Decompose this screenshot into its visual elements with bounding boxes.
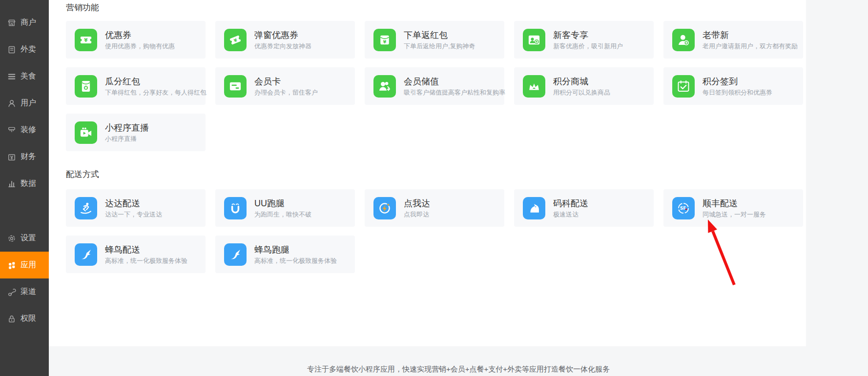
card-desc: 小程序直播 [105,135,149,143]
sidebar-item-label: 应用 [21,260,36,270]
points-mall-crown-icon [527,79,541,93]
uu-runner-icon [228,201,242,215]
svg-text:¥: ¥ [383,39,387,44]
sidebar-item-channel[interactable]: 渠道 [0,278,49,305]
icon-tile [224,243,247,266]
app-card-share-redpacket[interactable]: ¥ 瓜分红包下单得红包，分享好友，每人得红包 [66,67,206,105]
sidebar-item-decoration[interactable]: 装修 [0,117,49,143]
card-title: 小程序直播 [105,122,149,133]
app-card-dianwoda[interactable]: 点我达点我即达 [365,189,504,227]
icon-tile: ¥ [75,75,97,98]
sidebar-item-data[interactable]: 数据 [0,170,49,197]
card-desc: 每日签到领积分和优惠券 [703,89,772,97]
icon-tile [224,75,247,98]
footer-text: 专注于多端餐饮小程序应用，快速实现营销+会员+点餐+支付+外卖等应用打造餐饮一体… [49,365,868,374]
card-title: 下单返红包 [404,30,475,40]
icon-tile: ¥ [373,29,396,51]
section-title-delivery: 配送方式 [66,170,806,179]
app-card-popup-coupon[interactable]: ¥ 弹窗优惠券优惠券定向发放神器 [215,21,355,59]
app-card-make[interactable]: 码科配送极速送达 [514,189,654,227]
card-title: UU跑腿 [254,198,311,209]
popup-coupon-icon: ¥ [228,33,242,47]
store-icon [7,19,16,27]
card-desc: 同城急送，一对一服务 [703,211,766,218]
sf-express-icon: SF [677,201,690,215]
app-card-new-customer[interactable]: 新客专享新客优惠价，吸引新用户 [514,21,654,59]
app-card-stored-value[interactable]: 会员储值吸引客户储值提高客户粘性和复购率 [365,67,504,105]
sidebar-item-label: 设置 [21,233,36,243]
icon-tile [523,197,545,219]
card-title: 顺丰配送 [703,198,766,209]
make-horse-icon [527,201,541,215]
card-title: 蜂鸟配送 [105,244,187,255]
main-content-panel: 营销功能 ¥ 优惠券使用优惠券，购物有优惠 ¥ 弹窗优惠券优惠券定向发放神器 ¥… [49,0,806,346]
app-card-referral[interactable]: 老带新老用户邀请新用户，双方都有奖励 [663,21,803,59]
referral-icon [677,33,690,47]
sidebar-item-label: 数据 [21,178,36,189]
icon-tile [75,197,97,219]
app-card-fengniao-paotui[interactable]: 蜂鸟跑腿高标准，统一化极致服务体验 [215,236,355,273]
card-desc: 吸引客户储值提高客户粘性和复购率 [404,89,505,97]
icon-tile [373,197,396,219]
app-card-points-checkin[interactable]: 积分签到每日签到领积分和优惠券 [663,67,803,105]
card-desc: 老用户邀请新用户，双方都有奖励 [703,42,798,50]
icon-tile: ¥ [224,29,247,51]
app-card-member-card[interactable]: 会员卡办理会员卡，留住客户 [215,67,355,105]
app-card-live-stream[interactable]: 小程序直播小程序直播 [66,114,206,151]
permission-lock-icon [7,315,16,323]
sidebar-item-food[interactable]: 美食 [0,63,49,90]
app-card-coupon[interactable]: ¥ 优惠券使用优惠券，购物有优惠 [66,21,206,59]
card-desc: 下单得红包，分享好友，每人得红包 [105,89,207,97]
live-stream-camera-icon [79,126,93,139]
sidebar: 商户 外卖 美食 用户 装修 财务 数据 设置 应用 渠道 权限 [0,0,49,376]
sidebar-item-label: 美食 [21,71,36,81]
section-title-marketing: 营销功能 [66,3,806,13]
app-card-points-mall[interactable]: 积分商城用积分可以兑换商品 [514,67,654,105]
sidebar-item-merchant[interactable]: 商户 [0,9,49,36]
sidebar-item-label: 权限 [21,314,36,324]
stored-value-icon [378,79,392,93]
sidebar-item-users[interactable]: 用户 [0,90,49,117]
card-title: 点我达 [404,198,430,209]
takeout-icon [7,45,16,54]
icon-tile [75,121,97,144]
card-title: 弹窗优惠券 [254,30,311,40]
delivery-card-grid: 达达配送达达一下，专业送达 UU跑腿为跑而生，唯快不破 点我达点我即达 码科配送… [66,189,806,273]
app-card-fengniao-delivery[interactable]: 蜂鸟配送高标准，统一化极致服务体验 [66,236,206,273]
food-menu-icon [7,72,16,81]
icon-tile [672,29,695,51]
apps-grid-icon [7,261,16,270]
dianwoda-icon [378,201,392,215]
card-desc: 下单后返给用户,复购神奇 [404,42,475,50]
card-desc: 达达一下，专业送达 [105,211,162,218]
icon-tile [672,75,695,98]
svg-text:¥: ¥ [84,86,87,90]
dada-delivery-icon [79,201,93,215]
app-card-dada[interactable]: 达达配送达达一下，专业送达 [66,189,206,227]
sidebar-item-takeout[interactable]: 外卖 [0,36,49,63]
sidebar-item-settings[interactable]: 设置 [0,225,49,252]
card-desc: 高标准，统一化极致服务体验 [254,257,337,265]
app-card-uu[interactable]: UU跑腿为跑而生，唯快不破 [215,189,355,227]
sidebar-item-permission[interactable]: 权限 [0,305,49,332]
order-redpacket-icon: ¥ [378,33,392,47]
sidebar-item-finance[interactable]: 财务 [0,143,49,170]
sidebar-item-label: 渠道 [21,287,36,297]
card-desc: 点我即达 [404,211,430,218]
data-chart-icon [7,179,16,188]
card-desc: 极速送达 [553,211,588,218]
user-icon [7,99,16,108]
svg-text:SF: SF [680,206,686,211]
app-card-sf[interactable]: SF 顺丰配送同城急送，一对一服务 [663,189,803,227]
app-card-order-redpacket[interactable]: ¥ 下单返红包下单后返给用户,复购神奇 [365,21,504,59]
coupon-icon: ¥ [79,33,93,47]
icon-tile [75,243,97,266]
sidebar-item-apps[interactable]: 应用 [0,252,49,278]
new-customer-icon [527,33,541,47]
decoration-brush-icon [7,126,16,135]
card-title: 积分商城 [553,76,610,87]
icon-tile [224,197,247,219]
hummingbird-icon [228,248,242,261]
icon-tile: SF [672,197,695,219]
card-title: 新客专享 [553,30,623,40]
